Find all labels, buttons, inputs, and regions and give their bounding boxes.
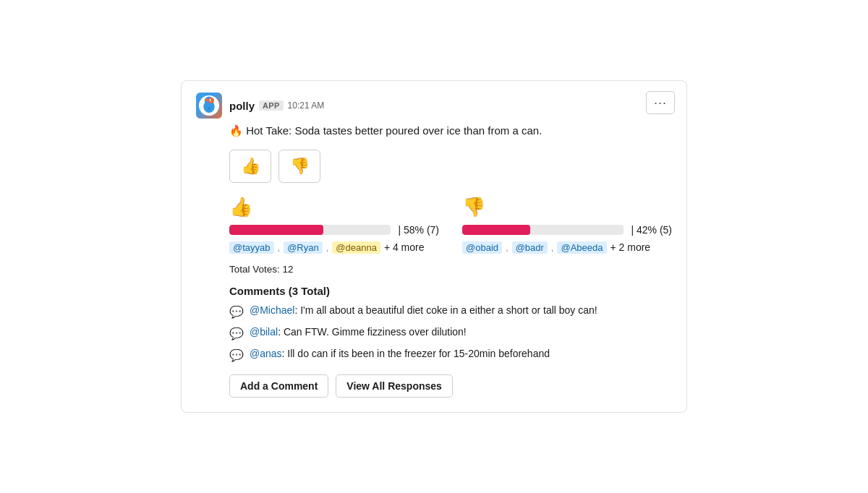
voter-tag[interactable]: @Abeeda [557,241,606,254]
comment-user-3[interactable]: @anas [250,348,282,359]
post-icon: 🔥 [229,124,243,137]
avatar [196,93,222,119]
comment-user-2[interactable]: @bilal [250,326,278,338]
comments-section: Comments (3 Total) 💬 @Michael: I'm all a… [229,285,672,364]
svg-point-4 [205,98,209,102]
bar-fill-thumbsdown [462,225,530,235]
app-badge: APP [259,100,284,111]
total-votes: Total Votes: 12 [229,264,672,275]
voter-tag[interactable]: @tayyab [229,241,274,254]
comments-title: Comments (3 Total) [229,285,672,297]
add-comment-button[interactable]: Add a Comment [229,374,328,398]
svg-point-6 [210,100,212,101]
comment-body-2: : Can FTW. Gimme fizziness over dilution… [278,326,467,338]
thumbs-up-button[interactable]: 👍 [229,150,271,183]
more-voters-thumbsup: + 4 more [384,241,425,253]
comment-item-1: 💬 @Michael: I'm all about a beautiful di… [229,303,672,321]
comment-item-2: 💬 @bilal: Can FTW. Gimme fizziness over … [229,325,672,343]
voters-thumbsdown: @obaid , @badr , @Abeeda + 2 more [462,241,672,254]
result-thumbsup-emoji: 👍 [229,196,439,218]
vote-buttons-row: 👍 👎 [229,150,672,183]
thumbs-up-icon: 👍 [241,157,260,176]
bar-track-thumbsup [229,225,391,235]
comma3: , [506,242,509,253]
comment-text-2: @bilal: Can FTW. Gimme fizziness over di… [250,325,467,340]
post-text: 🔥 Hot Take: Soda tastes better poured ov… [229,123,672,140]
comma4: , [551,242,554,253]
app-name: polly [229,100,255,112]
header-meta: polly APP 10:21 AM [229,100,324,112]
voter-tag[interactable]: @Ryan [284,241,323,254]
comment-item-3: 💬 @anas: Ill do can if its been in the f… [229,346,672,364]
comment-body-1: : I'm all about a beautiful diet coke in… [294,304,597,316]
thumbs-down-icon: 👎 [290,157,310,176]
bar-label-thumbsup: | 58% (7) [398,224,439,236]
results-row: 👍 | 58% (7) @tayyab , @Ryan , @deanna + … [229,196,672,254]
bar-track-thumbsdown [462,225,624,235]
voter-tag[interactable]: @badr [512,241,548,254]
thumbs-down-button[interactable]: 👎 [278,150,320,183]
action-buttons: Add a Comment View All Responses [229,374,672,398]
comment-icon-3: 💬 [229,347,244,364]
view-all-responses-button[interactable]: View All Responses [336,374,453,398]
comment-icon-1: 💬 [229,304,244,321]
post-content: Hot Take: Soda tastes better poured over… [246,124,542,137]
comment-text-3: @anas: Ill do can if its been in the fre… [250,346,550,361]
voter-tag-highlight[interactable]: @deanna [332,241,380,254]
comment-icon-2: 💬 [229,325,244,343]
bar-row-thumbsup: | 58% (7) [229,224,439,236]
more-options-button[interactable]: ··· [646,91,675,114]
bar-label-thumbsdown: | 42% (5) [631,224,672,236]
poll-card: polly APP 10:21 AM 🔥 Hot Take: Soda tast… [181,80,687,413]
voter-tag[interactable]: @obaid [462,241,502,254]
voters-thumbsup: @tayyab , @Ryan , @deanna + 4 more [229,241,439,254]
result-thumbsdown: 👎 | 42% (5) @obaid , @badr , @Abeeda + 2… [462,196,672,254]
comment-user-1[interactable]: @Michael [250,304,294,316]
timestamp: 10:21 AM [288,100,325,111]
result-thumbsdown-emoji: 👎 [462,196,672,218]
post-header: polly APP 10:21 AM [196,93,672,119]
result-thumbsup: 👍 | 58% (7) @tayyab , @Ryan , @deanna + … [229,196,439,254]
comma2: , [326,242,329,253]
more-voters-thumbsdown: + 2 more [610,241,651,253]
comment-text-1: @Michael: I'm all about a beautiful diet… [250,303,597,318]
bar-row-thumbsdown: | 42% (5) [462,224,672,236]
comment-body-3: : Ill do can if its been in the freezer … [282,348,550,359]
bar-fill-thumbsup [229,225,323,235]
comma1: , [278,242,281,253]
